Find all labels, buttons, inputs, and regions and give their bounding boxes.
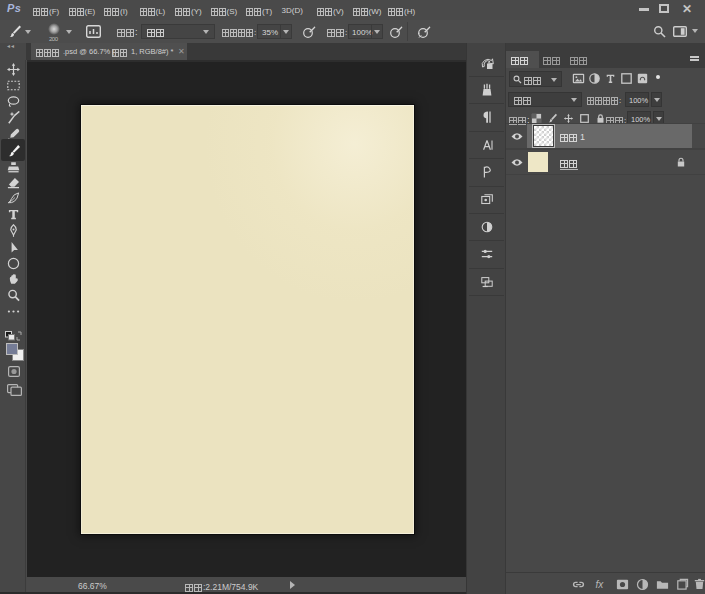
svg-text:fx: fx	[596, 579, 605, 590]
